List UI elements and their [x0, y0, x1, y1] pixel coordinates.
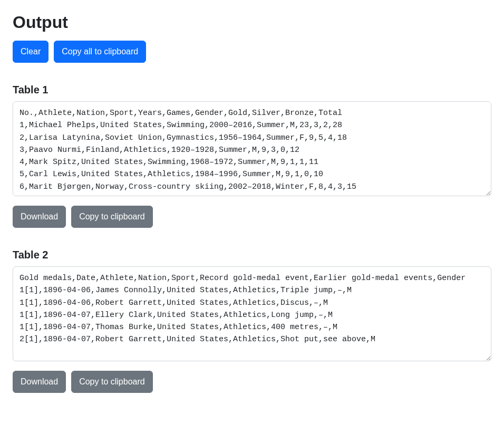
- table-csv-textarea[interactable]: [13, 101, 491, 196]
- copy-all-button[interactable]: Copy all to clipboard: [54, 41, 146, 63]
- table-title: Table 2: [13, 249, 491, 261]
- table-section-2: Table 2 Download Copy to clipboard: [13, 249, 491, 393]
- output-actions: Clear Copy all to clipboard: [13, 41, 491, 63]
- copy-button[interactable]: Copy to clipboard: [71, 206, 153, 228]
- table-section-1: Table 1 Download Copy to clipboard: [13, 84, 491, 228]
- copy-button[interactable]: Copy to clipboard: [71, 371, 153, 393]
- download-button[interactable]: Download: [13, 206, 66, 228]
- download-button[interactable]: Download: [13, 371, 66, 393]
- clear-button[interactable]: Clear: [13, 41, 49, 63]
- output-heading: Output: [13, 13, 491, 32]
- table-actions: Download Copy to clipboard: [13, 206, 491, 228]
- table-title: Table 1: [13, 84, 491, 96]
- table-csv-textarea[interactable]: [13, 266, 491, 361]
- table-actions: Download Copy to clipboard: [13, 371, 491, 393]
